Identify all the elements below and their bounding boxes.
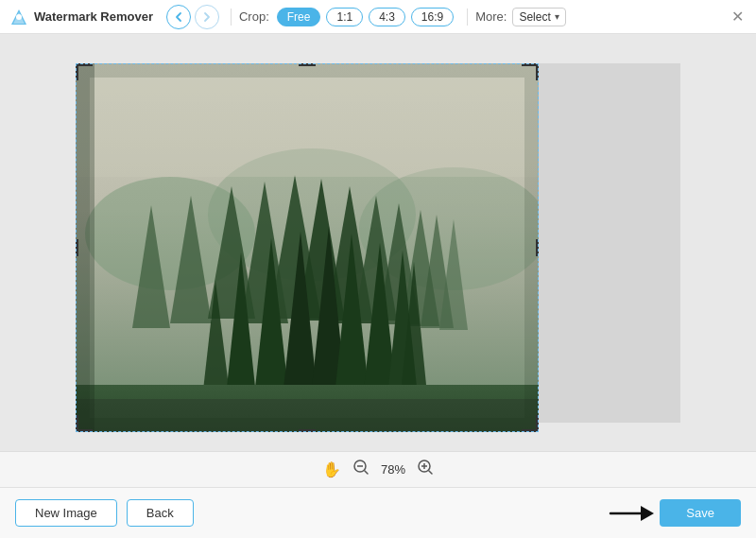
app-logo-icon (9, 8, 28, 26)
svg-line-40 (429, 471, 432, 474)
zoom-out-icon[interactable] (352, 459, 369, 480)
forest-svg (76, 63, 539, 432)
nav-back-button[interactable] (166, 5, 191, 29)
new-image-button[interactable]: New Image (15, 499, 117, 527)
bottom-bar: New Image Back Save (0, 487, 756, 538)
main-canvas-area (0, 34, 756, 451)
svg-marker-42 (641, 506, 654, 521)
save-button[interactable]: Save (660, 499, 741, 527)
divider2 (467, 9, 468, 26)
back-button[interactable]: Back (127, 499, 194, 527)
svg-point-2 (16, 14, 22, 20)
crop-4-3-button[interactable]: 4:3 (369, 8, 405, 26)
crop-16-9-button[interactable]: 16:9 (411, 8, 454, 26)
divider (231, 9, 232, 26)
zoom-bar: ✋ 78% (0, 451, 756, 487)
select-value: Select (519, 10, 550, 24)
crop-1-1-button[interactable]: 1:1 (326, 8, 363, 26)
zoom-level: 78% (381, 462, 405, 477)
more-select-dropdown[interactable]: Select ▾ (512, 8, 565, 26)
dropdown-arrow-icon: ▾ (555, 11, 559, 22)
close-icon: ✕ (731, 8, 744, 26)
image-container (76, 63, 680, 423)
close-button[interactable]: ✕ (728, 8, 747, 26)
arrow-right-icon (607, 498, 656, 529)
forest-image (76, 63, 539, 432)
app-title: Watermark Remover (34, 9, 153, 24)
more-label: More: (475, 9, 507, 24)
crop-label: Crop: (239, 9, 269, 24)
titlebar: Watermark Remover Crop: Free 1:1 4:3 16:… (0, 0, 756, 34)
crop-free-button[interactable]: Free (277, 8, 321, 26)
svg-line-36 (365, 471, 368, 474)
nav-forward-button[interactable] (195, 5, 219, 29)
zoom-in-icon[interactable] (417, 459, 434, 480)
hand-tool-icon[interactable]: ✋ (322, 460, 341, 478)
svg-rect-31 (76, 63, 539, 177)
